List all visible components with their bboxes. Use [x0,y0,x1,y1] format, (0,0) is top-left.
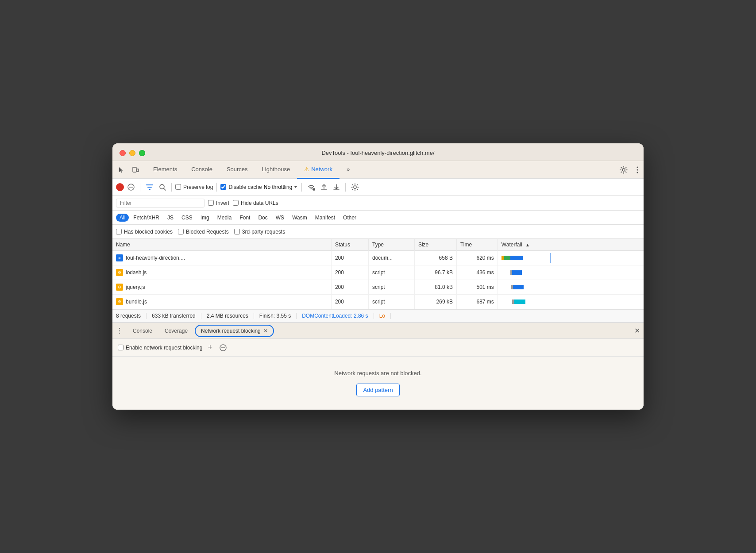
table-row[interactable]: ≡ foul-heavenly-direction.... 200docum..… [112,251,644,265]
load-time: Lo [374,313,391,319]
search-button[interactable] [157,182,168,192]
row-size: 269 kB [414,295,456,309]
table-row[interactable]: ⚙ lodash.js 200script96.7 kB436 ms [112,265,644,280]
row-time: 687 ms [456,295,498,309]
blocking-content: Network requests are not blocked. Add pa… [112,357,644,410]
type-filter-all[interactable]: All [116,214,129,222]
tab-network[interactable]: ⚠ Network [297,161,339,179]
type-filter-fetch[interactable]: Fetch/XHR [130,214,163,222]
svg-point-4 [637,169,638,170]
bottom-tab-coverage[interactable]: Coverage [158,323,194,339]
bottom-panel-more-icon[interactable]: ⋮ [116,326,123,335]
network-blocking-tab-close[interactable]: ✕ [263,328,268,334]
type-filter-doc[interactable]: Doc [255,214,271,222]
type-filter-font[interactable]: Font [236,214,254,222]
record-button[interactable] [116,183,124,191]
hide-data-urls-checkbox[interactable]: Hide data URLs [233,200,278,206]
network-table: Name Status Type Size Time [112,239,644,309]
row-name: lodash.js [126,269,147,276]
row-status: 200 [331,295,368,309]
tab-lighthouse[interactable]: Lighthouse [255,161,297,179]
maximize-button[interactable] [139,150,145,156]
download-icon[interactable] [331,182,342,192]
invert-checkbox[interactable]: Invert [208,200,229,206]
tab-right-icons [618,164,640,176]
row-waterfall [498,251,644,265]
row-time: 501 ms [456,280,498,295]
tab-sources[interactable]: Sources [220,161,255,179]
row-size: 81.0 kB [414,280,456,295]
col-waterfall[interactable]: Waterfall ▲ [498,239,644,251]
bottom-panel-close-icon[interactable]: ✕ [634,326,640,335]
blocked-requests-checkbox[interactable]: Blocked Requests [178,229,229,235]
row-name: jquery.js [126,284,145,290]
row-type: script [369,295,415,309]
wifi-settings-icon[interactable] [305,181,317,193]
table-row[interactable]: ⚙ jquery.js 200script81.0 kB501 ms [112,280,644,295]
filter-button[interactable] [144,181,155,193]
separator-3 [216,183,217,192]
tab-more[interactable]: » [339,161,357,179]
network-settings-icon[interactable] [349,181,361,193]
traffic-lights [120,150,145,156]
svg-line-9 [164,188,166,190]
sort-arrow-icon: ▲ [525,242,530,247]
more-options-icon[interactable] [635,165,640,175]
row-name: foul-heavenly-direction.... [126,255,185,261]
col-time[interactable]: Time [456,239,498,251]
filter-input[interactable] [116,199,204,207]
table-row[interactable]: ⚙ bundle.js 200script269 kB687 ms [112,295,644,309]
svg-rect-0 [133,167,136,172]
tab-elements[interactable]: Elements [146,161,184,179]
minimize-button[interactable] [129,150,135,156]
tab-console[interactable]: Console [184,161,220,179]
row-waterfall [498,295,644,309]
row-name: bundle.js [126,299,147,305]
clear-button[interactable] [126,183,136,192]
main-tab-bar: Elements Console Sources Lighthouse ⚠ Ne… [112,161,644,179]
device-toggle-icon[interactable] [130,165,141,175]
requests-count: 8 requests [116,313,147,319]
type-filter-ws[interactable]: WS [272,214,288,222]
blocking-toolbar: Enable network request blocking + [112,339,644,357]
type-filter-other[interactable]: Other [339,214,360,222]
tab-bar-icons [116,165,141,175]
svg-point-15 [354,186,356,188]
throttling-dropdown[interactable]: No throttling [264,184,298,190]
disable-cache-checkbox[interactable]: Disable cache [220,184,262,190]
upload-icon[interactable] [319,182,329,192]
row-type: docum... [369,251,415,265]
enable-blocking-checkbox[interactable]: Enable network request blocking [118,345,202,351]
col-size[interactable]: Size [414,239,456,251]
close-button[interactable] [120,150,126,156]
cursor-icon[interactable] [116,165,127,175]
settings-icon[interactable] [618,164,629,176]
clear-blocking-icon[interactable] [218,342,228,353]
bottom-panel: ⋮ Console Coverage Network request block… [112,323,644,410]
type-filter-wasm[interactable]: Wasm [289,214,311,222]
blocked-cookies-checkbox[interactable]: Has blocked cookies [116,229,173,235]
table-body: ≡ foul-heavenly-direction.... 200docum..… [112,251,644,309]
col-type[interactable]: Type [369,239,415,251]
add-pattern-icon[interactable]: + [206,341,214,354]
row-type: script [369,265,415,280]
type-filter-manifest[interactable]: Manifest [312,214,339,222]
bottom-tab-network-blocking[interactable]: Network request blocking ✕ [195,325,274,337]
type-filter-media[interactable]: Media [214,214,235,222]
add-pattern-button[interactable]: Add pattern [356,384,399,396]
preserve-log-checkbox[interactable]: Preserve log [175,184,213,190]
network-table-container: Name Status Type Size Time [112,239,644,309]
network-toolbar: Preserve log Disable cache No throttling [112,179,644,196]
col-name[interactable]: Name [112,239,331,251]
row-time: 620 ms [456,251,498,265]
blocking-message: Network requests are not blocked. [334,370,421,376]
dom-content-loaded: DOMContentLoaded: 2.86 s [297,313,374,319]
type-filter-img[interactable]: Img [197,214,213,222]
col-status[interactable]: Status [331,239,368,251]
type-filter-js[interactable]: JS [164,214,177,222]
row-type: script [369,280,415,295]
third-party-checkbox[interactable]: 3rd-party requests [234,229,285,235]
bottom-tab-console[interactable]: Console [127,323,158,339]
type-filter-css[interactable]: CSS [178,214,196,222]
row-waterfall [498,265,644,280]
